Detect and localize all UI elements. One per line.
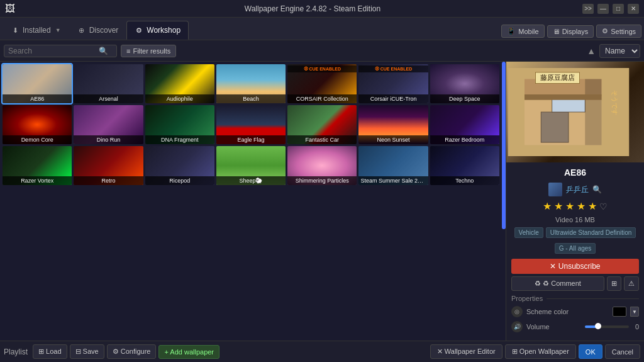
filter-button[interactable]: ≡ Filter results xyxy=(121,45,176,57)
sidebar: 藤原豆腐店 そうです AE86 乒乒丘 xyxy=(506,62,644,341)
wallpaper-item[interactable]: Steam Summer Sale 2023 - Summer in the C… xyxy=(358,146,428,185)
open-wallpaper-button[interactable]: ⊞ Open Wallpaper xyxy=(505,344,576,359)
settings-btn[interactable]: ⚙ Settings xyxy=(596,25,641,38)
sidebar-info: AE86 乒乒丘 🔍 ★ ★ ★ ★ ★ ♡ Video 16 MB Vehic… xyxy=(506,162,644,341)
wallpaper-item[interactable]: Dino Run xyxy=(74,105,143,144)
sort-area: ▲ Name Date Rating xyxy=(587,44,640,58)
wallpaper-item[interactable]: Neon Sunset xyxy=(358,105,428,144)
cue-enabled-badge: ⦿ CUE ENABLED xyxy=(287,65,357,72)
wallpaper-label: DNA Fragment xyxy=(145,135,214,144)
properties-label: Properties xyxy=(511,295,543,302)
star-2[interactable]: ★ xyxy=(554,200,563,212)
configure-button[interactable]: ⚙ Configure xyxy=(107,344,157,359)
add-wallpaper-button[interactable]: + Add wallpaper xyxy=(158,345,219,359)
scrollbar-thumb[interactable] xyxy=(502,62,506,229)
wallpaper-label: Dino Run xyxy=(74,135,143,144)
maximize-btn[interactable]: □ xyxy=(613,4,624,14)
wallpaper-item[interactable]: ⦿ CUE ENABLEDCORSAIR Collection xyxy=(287,64,357,103)
wallpaper-label: Neon Sunset xyxy=(358,135,428,144)
window-title: Wallpaper Engine 2.4.82 - Steam Edition xyxy=(245,4,380,13)
volume-slider-container: 0 xyxy=(585,323,640,331)
svg-rect-6 xyxy=(552,98,586,112)
wallpaper-item[interactable]: Techno xyxy=(430,146,499,185)
wallpaper-item[interactable]: Beach xyxy=(216,64,286,103)
tab-discover[interactable]: ⊕ Discover xyxy=(69,21,127,40)
wallpaper-label: Beach xyxy=(216,94,286,103)
warning-button[interactable]: ⚠ xyxy=(624,276,639,291)
star-4[interactable]: ★ xyxy=(577,200,586,212)
tag-resolution[interactable]: Ultrawide Standard Definition xyxy=(546,227,636,238)
minimize-btn[interactable]: — xyxy=(597,4,609,14)
tab-workshop[interactable]: ⚙ Workshop xyxy=(126,21,189,40)
author-name[interactable]: 乒乒丘 xyxy=(566,184,589,195)
toolbar: 🔍 ≡ Filter results ▲ Name Date Rating xyxy=(0,40,644,62)
wallpaper-label: Demon Core xyxy=(3,135,72,144)
wallpaper-item[interactable]: DNA Fragment xyxy=(145,105,214,144)
warning-icon: ⚠ xyxy=(628,280,635,287)
save-button[interactable]: ⊟ Save xyxy=(70,344,104,359)
star-3[interactable]: ★ xyxy=(565,200,574,212)
wallpaper-item[interactable]: Ricepod xyxy=(145,146,214,185)
wallpaper-item[interactable]: Deep Space xyxy=(430,64,499,103)
wallpaper-label: Deep Space xyxy=(430,94,499,103)
wallpaper-item[interactable]: AE86 xyxy=(3,64,72,103)
volume-track[interactable] xyxy=(585,325,630,328)
wallpaper-item[interactable]: Retro xyxy=(74,146,143,185)
comment-button[interactable]: ♻ ♻ Comment xyxy=(511,276,604,291)
share-button[interactable]: ⊞ xyxy=(607,276,621,291)
forward-btn[interactable]: >> xyxy=(582,4,594,14)
author-search-icon[interactable]: 🔍 xyxy=(592,185,602,194)
tag-rating[interactable]: G - All ages xyxy=(555,243,596,254)
unsubscribe-button[interactable]: ✕ Unsubscribe xyxy=(511,259,639,274)
sort-select[interactable]: Name Date Rating xyxy=(599,44,640,58)
color-swatch[interactable] xyxy=(613,307,626,317)
svg-rect-8 xyxy=(525,94,602,100)
discover-icon: ⊕ xyxy=(77,26,86,35)
settings-icon: ⚙ xyxy=(602,27,608,35)
wallpaper-item[interactable]: Sheep🐑 xyxy=(216,146,286,185)
wallpaper-label: Techno xyxy=(430,176,499,185)
volume-thumb[interactable] xyxy=(595,323,601,329)
load-button[interactable]: ⊞ Load xyxy=(33,344,67,359)
wallpaper-grid-area[interactable]: AE86ArsenalAudiophileBeach⦿ CUE ENABLEDC… xyxy=(0,62,502,341)
wallpaper-grid: AE86ArsenalAudiophileBeach⦿ CUE ENABLEDC… xyxy=(3,64,499,185)
installed-icon: ⬇ xyxy=(11,26,19,35)
star-1[interactable]: ★ xyxy=(543,200,552,212)
bottombar: Playlist ⊞ Load ⊟ Save ⚙ Configure + Add… xyxy=(0,341,644,362)
color-dropdown[interactable]: ▼ xyxy=(630,307,639,317)
editor-button[interactable]: ✕ Wallpaper Editor xyxy=(430,344,502,359)
comment-row: ♻ ♻ Comment ⊞ ⚠ xyxy=(511,276,639,291)
svg-rect-5 xyxy=(541,112,569,142)
bottombar-right: ✕ Wallpaper Editor ⊞ Open Wallpaper OK C… xyxy=(430,344,640,359)
tab-discover-label: Discover xyxy=(89,26,119,35)
wallpaper-item[interactable]: Razer Bedroom xyxy=(430,105,499,144)
star-5[interactable]: ★ xyxy=(588,200,597,212)
tag-vehicle[interactable]: Vehicle xyxy=(514,227,543,238)
close-btn[interactable]: ✕ xyxy=(628,4,639,14)
wallpaper-item[interactable]: Demon Core xyxy=(3,105,72,144)
search-box: 🔍 xyxy=(4,45,117,57)
displays-label: Displays xyxy=(562,28,589,35)
wallpaper-label: CORSAIR Collection xyxy=(287,94,357,103)
wallpaper-label: Fantastic Car xyxy=(287,135,357,144)
cancel-button[interactable]: Cancel xyxy=(605,344,640,359)
mobile-btn[interactable]: 📱 Mobile xyxy=(501,25,544,38)
wallpaper-item[interactable]: ⦿ CUE ENABLEDCorsair iCUE-Tron xyxy=(358,64,428,103)
search-input[interactable] xyxy=(8,47,96,55)
tab-installed[interactable]: ⬇ Installed ▼ xyxy=(3,21,69,40)
wallpaper-item[interactable]: Audiophile xyxy=(145,64,214,103)
wallpaper-item[interactable]: Fantastic Car xyxy=(287,105,357,144)
displays-btn[interactable]: 🖥 Displays xyxy=(547,25,594,38)
comment-icon: ♻ xyxy=(535,280,541,288)
sidebar-scrollbar[interactable] xyxy=(502,62,506,341)
sort-direction-icon[interactable]: ▲ xyxy=(587,46,596,56)
installed-dropdown[interactable]: ▼ xyxy=(55,27,61,33)
wallpaper-item[interactable]: Arsenal xyxy=(74,64,143,103)
wallpaper-label: Retro xyxy=(74,176,143,185)
favorite-button[interactable]: ♡ xyxy=(599,201,608,212)
wallpaper-label: Arsenal xyxy=(74,94,143,103)
wallpaper-item[interactable]: Eagle Flag xyxy=(216,105,286,144)
ok-button[interactable]: OK xyxy=(579,344,602,359)
wallpaper-item[interactable]: Shimmering Particles xyxy=(287,146,357,185)
wallpaper-item[interactable]: Razer Vortex xyxy=(3,146,72,185)
